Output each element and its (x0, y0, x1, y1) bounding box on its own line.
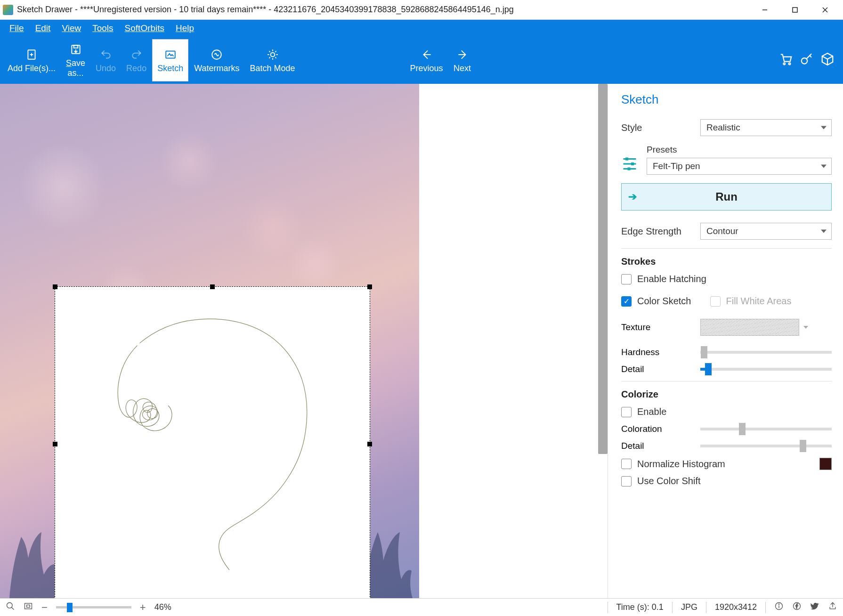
maximize-button[interactable] (780, 0, 810, 20)
strokes-title: Strokes (621, 256, 832, 267)
share-icon[interactable] (828, 601, 837, 613)
detail-label: Detail (621, 364, 692, 374)
svg-rect-27 (27, 605, 30, 608)
handle-top-left[interactable] (53, 284, 57, 289)
color-sketch-checkbox[interactable] (621, 296, 632, 307)
menu-tools[interactable]: Tools (88, 21, 118, 35)
zoom-out-button[interactable]: − (41, 601, 48, 614)
selection-box[interactable] (55, 286, 370, 598)
svg-rect-19 (625, 158, 628, 161)
hardness-label: Hardness (621, 347, 692, 357)
facebook-icon[interactable] (792, 601, 802, 613)
svg-point-24 (7, 603, 13, 608)
menu-softorbits[interactable]: SoftOrbits (120, 21, 169, 35)
hardness-slider[interactable] (700, 351, 832, 354)
canvas-area[interactable] (0, 84, 608, 598)
colorize-detail-slider[interactable] (700, 445, 832, 447)
zoom-slider[interactable] (56, 606, 131, 608)
svg-point-30 (778, 604, 779, 604)
status-dimensions: 1920x3412 (715, 602, 757, 612)
status-time: Time (s): 0.1 (616, 602, 664, 612)
handle-mid-right[interactable] (367, 442, 372, 446)
save-as-button[interactable]: Saveas... (61, 39, 90, 81)
next-button[interactable]: Next (449, 39, 476, 81)
texture-label: Texture (621, 322, 692, 332)
colorize-enable-label: Enable (637, 406, 666, 417)
coloration-slider[interactable] (700, 428, 832, 430)
color-swatch[interactable] (819, 458, 832, 470)
menu-view[interactable]: View (57, 21, 86, 35)
app-icon (3, 5, 13, 15)
undo-button[interactable]: Undo (91, 39, 121, 81)
svg-point-12 (270, 52, 275, 57)
batch-mode-tab[interactable]: Batch Mode (245, 39, 300, 81)
fill-white-checkbox[interactable] (710, 296, 721, 307)
svg-point-16 (789, 63, 791, 65)
status-format: JPG (681, 602, 697, 612)
presets-select[interactable]: Felt-Tip pen (647, 158, 832, 175)
run-button[interactable]: ➔ Run (621, 183, 832, 211)
add-files-button[interactable]: Add File(s)... (3, 39, 60, 81)
sketch-outline (55, 287, 370, 598)
menu-edit[interactable]: Edit (31, 21, 56, 35)
add-file-icon (25, 48, 38, 62)
zoom-percent: 46% (154, 602, 171, 612)
title-bar: Sketch Drawer - ****Unregistered version… (0, 0, 843, 20)
vertical-scrollbar[interactable] (598, 84, 608, 454)
colorize-enable-checkbox[interactable] (621, 407, 632, 417)
menu-help[interactable]: Help (171, 21, 199, 35)
coloration-label: Coloration (621, 424, 692, 434)
color-sketch-label: Color Sketch (637, 296, 691, 307)
toolbar: Add File(s)... Saveas... Undo Redo Sketc… (0, 37, 843, 84)
enable-hatching-label: Enable Hatching (637, 274, 706, 284)
status-bar: − + 46% Time (s): 0.1 JPG 1920x3412 (0, 598, 843, 616)
menu-file[interactable]: File (5, 21, 29, 35)
close-button[interactable] (810, 0, 840, 20)
svg-point-17 (802, 58, 808, 64)
twitter-icon[interactable] (810, 601, 819, 613)
zoom-in-button[interactable]: + (140, 601, 146, 614)
edge-strength-label: Edge Strength (621, 226, 692, 237)
style-label: Style (621, 122, 692, 133)
watermarks-icon (211, 48, 223, 62)
color-shift-checkbox[interactable] (621, 476, 632, 486)
cart-icon[interactable] (779, 52, 793, 69)
detail-slider[interactable] (700, 368, 832, 371)
zoom-actual-icon[interactable] (6, 601, 15, 613)
edge-strength-select[interactable]: Contour (700, 223, 832, 240)
next-icon (456, 48, 469, 62)
watermarks-tab[interactable]: Watermarks (189, 39, 244, 81)
sketch-panel: Sketch Style Realistic Presets Felt-Tip … (608, 84, 843, 598)
handle-mid-left[interactable] (53, 442, 57, 446)
texture-select[interactable] (700, 319, 799, 336)
presets-label: Presets (647, 145, 832, 155)
redo-button[interactable]: Redo (122, 39, 151, 81)
batch-icon (267, 48, 279, 62)
color-shift-label: Use Color Shift (637, 476, 701, 486)
colorize-title: Colorize (621, 389, 832, 400)
normalize-histogram-label: Normalize Histogram (637, 459, 725, 470)
window-title: Sketch Drawer - ****Unregistered version… (17, 5, 750, 15)
handle-top-mid[interactable] (210, 284, 215, 289)
svg-rect-23 (628, 168, 631, 170)
minimize-button[interactable] (750, 0, 780, 20)
previous-icon (421, 48, 433, 62)
canvas-empty-area (419, 84, 608, 598)
redo-icon (130, 48, 143, 62)
key-icon[interactable] (800, 52, 814, 69)
fill-white-label: Fill White Areas (726, 296, 792, 307)
package-icon[interactable] (820, 52, 835, 69)
previous-button[interactable]: Previous (405, 39, 448, 81)
svg-line-25 (12, 608, 14, 610)
info-icon[interactable] (774, 601, 784, 613)
presets-icon[interactable] (621, 154, 638, 171)
run-arrow-icon: ➔ (628, 191, 637, 203)
style-select[interactable]: Realistic (700, 119, 832, 136)
zoom-fit-icon[interactable] (24, 601, 33, 613)
sketch-tab[interactable]: Sketch (152, 39, 188, 81)
handle-top-right[interactable] (367, 284, 372, 289)
svg-rect-8 (73, 46, 78, 48)
sketch-icon (164, 48, 177, 62)
normalize-histogram-checkbox[interactable] (621, 459, 632, 469)
enable-hatching-checkbox[interactable] (621, 274, 632, 284)
